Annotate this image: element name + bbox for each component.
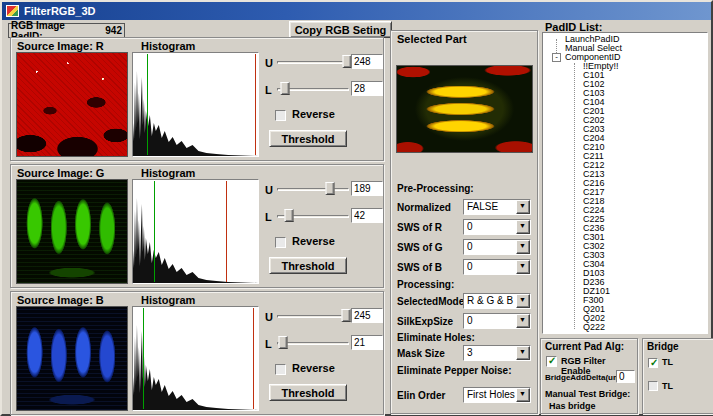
- l-slider[interactable]: [277, 336, 349, 350]
- tree-item-c104[interactable]: C104: [543, 98, 707, 107]
- tree-item-c103[interactable]: C103: [543, 89, 707, 98]
- app-icon: [6, 5, 19, 17]
- histogram-label: Histogram: [141, 294, 195, 306]
- bridge-group: Bridge TLTL: [642, 338, 713, 414]
- threshold-button[interactable]: Threshold: [269, 130, 347, 147]
- histogram-label: Histogram: [141, 40, 195, 52]
- slider-thumb[interactable]: [342, 309, 351, 322]
- bridge-item[interactable]: TL: [648, 381, 713, 392]
- selected-mode-combo[interactable]: R & G & B: [463, 293, 531, 309]
- combo-value: 3: [467, 347, 515, 358]
- tree-item-c213[interactable]: C213: [543, 170, 707, 179]
- l-slider[interactable]: [277, 82, 349, 96]
- source-image-b-group: Source Image: B Histogram U L Reverse Th…: [10, 291, 384, 415]
- tree-item-c212[interactable]: C212: [543, 161, 707, 170]
- reverse-label: Reverse: [292, 362, 335, 374]
- chevron-down-icon[interactable]: [516, 346, 530, 360]
- tree-item-q222[interactable]: Q222: [543, 323, 707, 332]
- tree-item-dz101[interactable]: DZ101: [543, 287, 707, 296]
- chevron-down-icon[interactable]: [516, 220, 530, 234]
- tree-item-c202[interactable]: C202: [543, 116, 707, 125]
- tree-item-empty[interactable]: !!Empty!!: [543, 62, 707, 71]
- chevron-down-icon[interactable]: [516, 260, 530, 274]
- chevron-down-icon[interactable]: [516, 240, 530, 254]
- threshold-button[interactable]: Threshold: [269, 384, 347, 401]
- chevron-down-icon[interactable]: [516, 388, 530, 402]
- sws-of-g-combo[interactable]: 0: [463, 239, 531, 255]
- tree-item-c304[interactable]: C304: [543, 260, 707, 269]
- histogram-r-plot: [132, 52, 259, 157]
- normalized-combo[interactable]: FALSE: [463, 199, 531, 215]
- window-title: FilterRGB_3D: [24, 5, 96, 17]
- tree-item-c101[interactable]: C101: [543, 71, 707, 80]
- tree-item-c218[interactable]: C218: [543, 197, 707, 206]
- tree-item-c210[interactable]: C210: [543, 143, 707, 152]
- upper-threshold-line: [255, 54, 256, 155]
- manual-test-bridge-label: Manual Test Bridge:: [545, 389, 630, 399]
- histogram-curve: [133, 180, 258, 283]
- sws-of-b-combo[interactable]: 0: [463, 259, 531, 275]
- l-value-input[interactable]: [351, 81, 383, 96]
- silk-exp-size-label: SilkExpSize: [397, 316, 453, 327]
- tree-expander-icon[interactable]: -: [552, 53, 561, 62]
- sws-of-g-label: SWS of G: [397, 242, 443, 253]
- u-value-input[interactable]: [351, 54, 383, 69]
- reverse-checkbox[interactable]: [275, 364, 286, 375]
- tree-item-q202[interactable]: Q202: [543, 314, 707, 323]
- combo-value: First Holes,: [467, 389, 515, 400]
- slider-thumb[interactable]: [284, 209, 293, 222]
- tree-item-componentid[interactable]: -ComponentID: [543, 53, 707, 62]
- tree-item-c102[interactable]: C102: [543, 80, 707, 89]
- l-label: L: [265, 84, 272, 96]
- reverse-checkbox[interactable]: [275, 237, 286, 248]
- tree-item-q223[interactable]: Q223: [543, 332, 707, 334]
- tree-item-c225[interactable]: C225: [543, 215, 707, 224]
- tree-item-c303[interactable]: C303: [543, 251, 707, 260]
- bridge-add-delta-input[interactable]: [616, 370, 635, 383]
- u-value-input[interactable]: [351, 181, 383, 196]
- source-image-r-group: Source Image: R Histogram U L Reverse Th…: [10, 37, 384, 161]
- chevron-down-icon[interactable]: [516, 294, 530, 308]
- tree-item-c217[interactable]: C217: [543, 188, 707, 197]
- tree-item-c203[interactable]: C203: [543, 125, 707, 134]
- tree-item-c211[interactable]: C211: [543, 152, 707, 161]
- reverse-checkbox[interactable]: [275, 110, 286, 121]
- rgb-filter-enable-checkbox[interactable]: [546, 356, 557, 367]
- bridge-item[interactable]: TL: [648, 357, 713, 368]
- threshold-button[interactable]: Threshold: [269, 257, 347, 274]
- mask-size-combo[interactable]: 3: [463, 345, 531, 361]
- u-slider[interactable]: [277, 309, 349, 323]
- sws-of-r-combo[interactable]: 0: [463, 219, 531, 235]
- u-slider[interactable]: [277, 182, 349, 196]
- copy-rgb-setting-button[interactable]: Copy RGB Seting: [289, 21, 392, 38]
- bridge-checkbox[interactable]: [648, 381, 658, 391]
- tree-item-f300[interactable]: F300: [543, 296, 707, 305]
- tree-item-d103[interactable]: D103: [543, 269, 707, 278]
- tree-item-c204[interactable]: C204: [543, 134, 707, 143]
- bridge-checkbox[interactable]: [648, 358, 658, 368]
- tree-item-c302[interactable]: C302: [543, 242, 707, 251]
- slider-thumb[interactable]: [278, 336, 287, 349]
- title-bar[interactable]: FilterRGB_3D: [2, 2, 711, 20]
- tree-item-c216[interactable]: C216: [543, 179, 707, 188]
- padid-tree[interactable]: LaunchPadIDManual Select-ComponentID!!Em…: [542, 32, 708, 334]
- u-value-input[interactable]: [351, 308, 383, 323]
- tree-item-c236[interactable]: C236: [543, 224, 707, 233]
- tree-item-c224[interactable]: C224: [543, 206, 707, 215]
- tree-item-c301[interactable]: C301: [543, 233, 707, 242]
- u-slider[interactable]: [277, 55, 349, 69]
- slider-track: [277, 315, 349, 318]
- combo-value: FALSE: [467, 201, 515, 212]
- l-value-input[interactable]: [351, 208, 383, 223]
- elin-order-combo[interactable]: First Holes,: [463, 387, 531, 403]
- silk-exp-size-combo[interactable]: 0: [463, 313, 531, 329]
- slider-thumb[interactable]: [326, 182, 335, 195]
- l-slider[interactable]: [277, 209, 349, 223]
- tree-item-q201[interactable]: Q201: [543, 305, 707, 314]
- l-value-input[interactable]: [351, 335, 383, 350]
- tree-item-d236[interactable]: D236: [543, 278, 707, 287]
- chevron-down-icon[interactable]: [516, 314, 530, 328]
- chevron-down-icon[interactable]: [516, 200, 530, 214]
- slider-thumb[interactable]: [280, 82, 289, 95]
- tree-item-c201[interactable]: C201: [543, 107, 707, 116]
